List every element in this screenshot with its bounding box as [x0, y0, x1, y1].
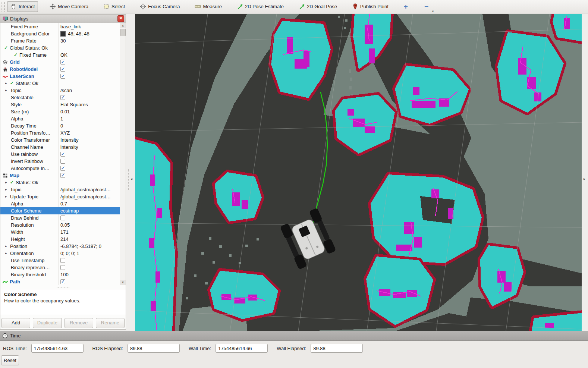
property-row-path[interactable]: Path✓: [0, 278, 120, 285]
wall-elapsed-input[interactable]: [311, 344, 363, 353]
property-row-fixed-frame[interactable]: ✓Fixed FrameOK: [0, 51, 120, 59]
property-value[interactable]: 0; 0; 0; 1: [60, 250, 79, 257]
remove-tool-button[interactable]: − ▾: [421, 3, 432, 11]
toolbar-drag-handle[interactable]: [1, 2, 5, 12]
scroll-down-icon[interactable]: ▼: [120, 280, 126, 285]
tool-move-camera[interactable]: Move Camera: [46, 1, 92, 12]
property-value[interactable]: 30: [60, 37, 66, 44]
render-viewport[interactable]: [135, 14, 582, 331]
checkbox-path[interactable]: ✓: [60, 279, 65, 284]
property-row-status-ok[interactable]: ▸✓Status: Ok: [0, 179, 120, 186]
checkbox-use-timestamp[interactable]: [60, 258, 65, 263]
ros-time-input[interactable]: [31, 344, 84, 353]
tool-measure[interactable]: Measure: [191, 1, 225, 12]
expand-arrow-icon[interactable]: ▸: [4, 193, 10, 200]
checkbox-invert-rainbow[interactable]: [60, 159, 65, 164]
property-value[interactable]: /global_costmap/cost…: [60, 193, 111, 200]
property-row-global-status-ok[interactable]: ✓Global Status: Ok: [0, 44, 120, 51]
property-row-position[interactable]: ▸Position-6.8784; -3.5197; 0: [0, 243, 120, 250]
add-button[interactable]: Add: [1, 318, 30, 328]
checkbox-binary-represen[interactable]: [60, 265, 65, 270]
property-row-map[interactable]: Map✓: [0, 172, 120, 179]
left-splitter[interactable]: ◂: [126, 14, 135, 331]
expand-arrow-icon[interactable]: ▸: [4, 250, 10, 257]
property-row-binary-threshold[interactable]: Binary threshold100: [0, 271, 120, 278]
property-row-use-timestamp[interactable]: Use Timestamp: [0, 257, 120, 264]
property-value[interactable]: 100: [60, 271, 69, 278]
expand-arrow-icon[interactable]: ▸: [4, 80, 10, 87]
property-value[interactable]: 0: [60, 122, 63, 129]
tool-2d-goal-pose[interactable]: 2D Goal Pose: [295, 1, 340, 12]
duplicate-button[interactable]: Duplicate: [33, 318, 62, 328]
property-row-laserscan[interactable]: LaserScan✓: [0, 73, 120, 80]
tool-2d-pose-estimate[interactable]: 2D Pose Estimate: [233, 1, 287, 12]
property-row-width[interactable]: Width171: [0, 229, 120, 236]
property-value[interactable]: 1: [60, 115, 63, 122]
color-swatch[interactable]: [60, 31, 66, 37]
ros-elapsed-input[interactable]: [128, 344, 180, 353]
property-row-alpha[interactable]: Alpha1: [0, 115, 120, 122]
expand-arrow-icon[interactable]: ▸: [4, 179, 10, 186]
property-row-selectable[interactable]: Selectable✓: [0, 94, 120, 101]
close-icon[interactable]: ✕: [117, 15, 124, 22]
property-row-use-rainbow[interactable]: Use rainbow✓: [0, 151, 120, 158]
tool-publish-point[interactable]: Publish Point: [349, 1, 392, 12]
tool-select[interactable]: Select: [100, 1, 128, 12]
property-row-topic[interactable]: ▸Topic/scan: [0, 87, 120, 94]
tool-interact[interactable]: Interact: [7, 1, 38, 12]
property-row-topic[interactable]: ▸Topic/global_costmap/cost…: [0, 186, 120, 193]
scroll-up-icon[interactable]: ▲: [120, 23, 126, 28]
property-value[interactable]: 171: [60, 229, 69, 236]
property-value[interactable]: OK: [60, 51, 67, 59]
property-value[interactable]: Intensity: [60, 136, 78, 144]
property-row-binary-represen[interactable]: Binary represen…: [0, 264, 120, 271]
wall-time-input[interactable]: [216, 344, 268, 353]
property-row-style[interactable]: StyleFlat Squares: [0, 101, 120, 108]
property-row-status-ok[interactable]: ▸✓Status: Ok: [0, 80, 120, 87]
property-value[interactable]: XYZ: [60, 129, 70, 136]
property-row-resolution[interactable]: Resolution0.05: [0, 221, 120, 229]
property-row-position-transfo[interactable]: Position Transfo…XYZ: [0, 129, 120, 136]
property-value[interactable]: base_link: [60, 23, 81, 30]
property-value[interactable]: /global_costmap/cost…: [60, 186, 111, 193]
displays-panel-titlebar[interactable]: Displays ✕: [0, 15, 126, 23]
property-row-height[interactable]: Height214: [0, 236, 120, 243]
property-value[interactable]: -6.8784; -3.5197; 0: [60, 243, 101, 250]
add-tool-button[interactable]: +: [400, 3, 412, 11]
reset-button[interactable]: Reset: [1, 355, 19, 365]
scrollbar-thumb[interactable]: [120, 29, 126, 36]
collapse-left-icon[interactable]: ◂: [131, 177, 132, 181]
checkbox-robotmodel[interactable]: ✓: [60, 67, 65, 72]
property-row-draw-behind[interactable]: Draw Behind: [0, 214, 120, 221]
property-row-fixed-frame[interactable]: Fixed Framebase_link: [0, 23, 120, 30]
property-row-invert-rainbow[interactable]: Invert Rainbow: [0, 158, 120, 165]
rename-button[interactable]: Rename: [96, 318, 125, 328]
property-row-background-color[interactable]: Background Color48; 48; 48: [0, 30, 120, 37]
checkbox-laserscan[interactable]: ✓: [60, 74, 65, 79]
checkbox-map[interactable]: ✓: [60, 173, 65, 178]
checkbox-selectable[interactable]: ✓: [60, 95, 65, 100]
property-value[interactable]: 0.7: [60, 200, 67, 207]
property-value[interactable]: 48; 48; 48: [68, 30, 89, 37]
checkbox-grid[interactable]: ✓: [60, 60, 65, 65]
tree-scrollbar[interactable]: ▲ ▼: [120, 23, 126, 285]
time-panel-titlebar[interactable]: Time: [0, 331, 588, 341]
property-value[interactable]: 214: [60, 236, 69, 243]
collapse-right-icon[interactable]: ▸: [584, 177, 585, 181]
property-value[interactable]: intensity: [60, 144, 78, 151]
property-value[interactable]: costmap: [60, 207, 79, 214]
panel-splitter[interactable]: [0, 285, 126, 289]
property-row-orientation[interactable]: ▸Orientation0; 0; 0; 1: [0, 250, 120, 257]
property-row-autocompute-in[interactable]: Autocompute In…✓: [0, 165, 120, 172]
checkbox-autocompute-in[interactable]: ✓: [60, 166, 65, 171]
property-row-grid[interactable]: Grid✓: [0, 59, 120, 66]
property-row-size-m[interactable]: Size (m)0.01: [0, 108, 120, 115]
expand-arrow-icon[interactable]: ▸: [4, 186, 10, 193]
property-row-robotmodel[interactable]: RobotModel✓: [0, 66, 120, 73]
tool-focus-camera[interactable]: Focus Camera: [136, 1, 183, 12]
checkbox-use-rainbow[interactable]: ✓: [60, 152, 65, 157]
expand-arrow-icon[interactable]: ▸: [4, 87, 10, 94]
property-value[interactable]: 0.01: [60, 108, 70, 115]
property-row-decay-time[interactable]: Decay Time0: [0, 122, 120, 129]
property-row-frame-rate[interactable]: Frame Rate30: [0, 37, 120, 44]
